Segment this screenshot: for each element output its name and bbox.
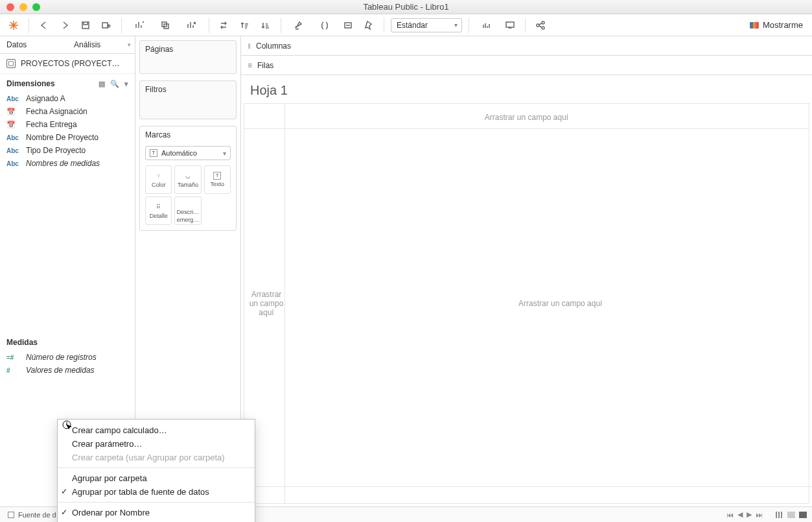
tab-data[interactable]: Datos (0, 36, 67, 53)
main-toolbar: Estándar Mostrarme (0, 14, 812, 36)
group-button[interactable] (314, 17, 336, 34)
color-button[interactable]: ⁘Color (145, 165, 172, 194)
grid-view-icon[interactable] (776, 512, 783, 518)
cursor-icon (62, 420, 73, 431)
new-worksheet-button[interactable] (128, 17, 150, 34)
traffic-lights (0, 3, 40, 11)
toolbar-separator (29, 18, 29, 33)
show-me-button[interactable]: Mostrarme (746, 20, 807, 30)
pages-shelf[interactable]: Páginas (139, 40, 237, 74)
tab-analysis[interactable]: Análisis▾ (67, 36, 135, 53)
abc-icon: Abc (6, 160, 21, 167)
size-button[interactable]: ◡Tamaño (174, 165, 201, 194)
last-button[interactable]: ⏭ (756, 511, 763, 519)
menu-sort-by-name[interactable]: ✓Ordenar por Nombre (58, 506, 255, 519)
number-icon: =# (6, 354, 21, 361)
tooltip-button[interactable]: Descri…emerg… (174, 196, 201, 225)
fit-dropdown[interactable]: Estándar (391, 18, 462, 32)
svg-rect-1 (102, 23, 108, 28)
dimensions-header: Dimensiones ▤ 🔍 ▾ (0, 74, 135, 91)
text-button[interactable]: TTexto (204, 165, 231, 194)
rows-shelf[interactable]: ≡ Filas (241, 56, 812, 75)
canvas-vline (284, 104, 285, 503)
mark-type-dropdown[interactable]: T Automático (145, 146, 231, 160)
dimension-field[interactable]: Fecha Entrega (0, 118, 135, 131)
svg-point-8 (542, 27, 544, 29)
presentation-button[interactable] (502, 17, 518, 34)
color-icon: ⁘ (154, 171, 163, 180)
datasource-name: PROYECTOS (PROYECT… (21, 59, 119, 68)
clear-button[interactable] (180, 17, 202, 34)
search-icon[interactable]: 🔍 (110, 80, 119, 88)
date-icon (6, 121, 21, 129)
undo-button[interactable] (36, 17, 52, 34)
swap-button[interactable] (216, 17, 233, 34)
drop-center-hint: Arrastrar un campo aquí (518, 299, 602, 308)
abc-icon: Abc (6, 95, 21, 102)
window-title: Tableau Public - Libro1 (363, 2, 448, 12)
check-icon: ✓ (61, 508, 67, 517)
divider (241, 486, 812, 487)
menu-create-parameter[interactable]: Crear parámetro… (58, 437, 255, 451)
bottom-nav: ⏮ ◀ ▶ ⏭ (726, 510, 812, 519)
fit-label: Estándar (397, 21, 428, 30)
menu-group-by-folder[interactable]: Agrupar por carpeta (58, 471, 255, 485)
dimensions-list: AbcAsignado A Fecha Asignación Fecha Ent… (0, 91, 135, 171)
first-button[interactable]: ⏮ (726, 511, 734, 519)
measures-header: Medidas (0, 333, 135, 350)
measure-field[interactable]: #Valores de medidas (0, 364, 135, 377)
menu-create-calc-field[interactable]: Crear campo calculado… (58, 423, 255, 437)
filters-shelf[interactable]: Filtros (139, 80, 237, 119)
tooltip-icon (183, 198, 192, 208)
detail-button[interactable]: ⠿Detalle (145, 196, 172, 225)
menu-chevron-icon[interactable]: ▾ (124, 80, 128, 88)
svg-rect-5 (506, 22, 514, 27)
share-button[interactable] (532, 17, 549, 34)
tableau-logo-icon[interactable] (5, 17, 22, 34)
datasource-row[interactable]: PROYECTOS (PROYECT… (0, 54, 135, 74)
new-datasource-button[interactable] (98, 17, 115, 34)
sort-asc-button[interactable] (237, 17, 253, 34)
dimension-field[interactable]: AbcTipo De Proyecto (0, 144, 135, 157)
number-icon: # (6, 367, 21, 374)
save-button[interactable] (77, 17, 94, 34)
redo-button[interactable] (56, 17, 73, 34)
menu-group-by-table[interactable]: ✓Agrupar por tabla de fuente de datos (58, 485, 255, 499)
zoom-window-button[interactable] (32, 3, 40, 11)
prev-button[interactable]: ◀ (737, 510, 743, 519)
toolbar-separator (209, 18, 209, 33)
menu-sort-by-ds-order[interactable]: Ordenar por Orden de fuente de datos (58, 519, 255, 522)
highlight-button[interactable] (288, 17, 310, 34)
rows-label: Filas (257, 61, 273, 70)
sort-desc-button[interactable] (257, 17, 274, 34)
sheet-title[interactable]: Hoja 1 (241, 75, 812, 103)
labels-button[interactable] (340, 17, 356, 34)
minimize-window-button[interactable] (19, 3, 27, 11)
columns-label: Columnas (256, 42, 291, 51)
dimension-field[interactable]: AbcNombres de medidas (0, 157, 135, 170)
next-button[interactable]: ▶ (747, 510, 752, 519)
duplicate-button[interactable] (154, 17, 176, 34)
filmstrip-view-icon[interactable] (787, 512, 795, 518)
close-window-button[interactable] (6, 3, 14, 11)
marks-label: Marcas (140, 126, 236, 143)
datasource-icon (6, 59, 16, 68)
toolbar-separator (384, 18, 384, 33)
dimension-field[interactable]: Fecha Asignación (0, 105, 135, 118)
abc-icon: Abc (6, 147, 21, 154)
dimension-field[interactable]: AbcNombre De Proyecto (0, 131, 135, 144)
viz-canvas[interactable]: Arrastrar un campo aquí Arrastrar un cam… (244, 103, 809, 504)
pin-button[interactable] (360, 17, 377, 34)
measure-field[interactable]: =#Número de registros (0, 351, 135, 364)
dimension-field[interactable]: AbcAsignado A (0, 92, 135, 105)
toolbar-separator (281, 18, 281, 33)
show-cards-button[interactable] (476, 17, 498, 34)
datasource-tab[interactable]: Fuente de d (0, 507, 65, 523)
filters-label: Filtros (140, 81, 236, 98)
menu-separator (58, 502, 255, 503)
view-list-icon[interactable]: ▤ (99, 80, 105, 88)
tabs-view-icon[interactable] (799, 512, 807, 518)
automatic-icon: T (150, 149, 157, 157)
canvas-hline (244, 128, 809, 129)
columns-shelf[interactable]: ⦀ Columnas (241, 36, 812, 56)
